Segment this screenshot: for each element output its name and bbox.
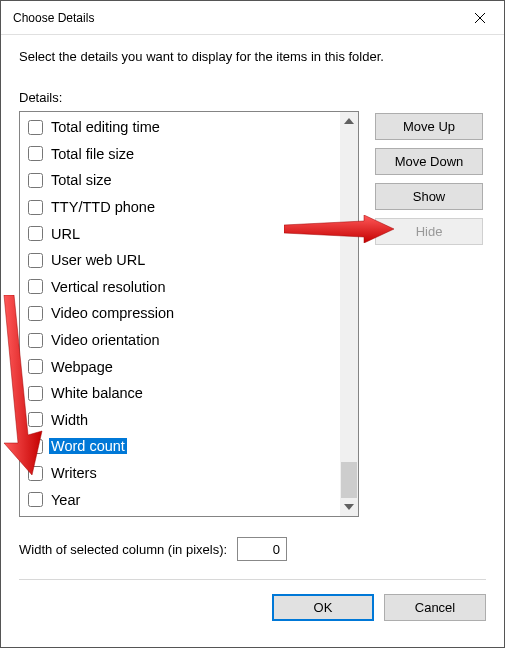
detail-item[interactable]: Total size	[24, 167, 358, 194]
detail-checkbox[interactable]	[28, 359, 43, 374]
detail-item[interactable]: TTY/TTD phone	[24, 194, 358, 221]
detail-label: User web URL	[49, 252, 147, 268]
detail-checkbox[interactable]	[28, 200, 43, 215]
column-width-row: Width of selected column (in pixels):	[19, 537, 486, 561]
window-title: Choose Details	[13, 11, 94, 25]
detail-label: URL	[49, 226, 82, 242]
detail-item[interactable]: Webpage	[24, 353, 358, 380]
detail-item[interactable]: User web URL	[24, 247, 358, 274]
dialog-footer: OK Cancel	[19, 594, 486, 621]
detail-item[interactable]: Width	[24, 407, 358, 434]
details-listbox[interactable]: Total editing timeTotal file sizeTotal s…	[19, 111, 359, 517]
detail-label: Word count	[49, 438, 127, 454]
detail-checkbox[interactable]	[28, 333, 43, 348]
close-icon	[474, 12, 486, 24]
detail-item[interactable]: Writers	[24, 460, 358, 487]
detail-checkbox[interactable]	[28, 466, 43, 481]
detail-label: Year	[49, 492, 82, 508]
column-width-input[interactable]	[237, 537, 287, 561]
scroll-down-arrow[interactable]	[340, 498, 358, 516]
detail-item[interactable]: Vertical resolution	[24, 274, 358, 301]
close-button[interactable]	[458, 2, 502, 34]
scroll-thumb[interactable]	[341, 462, 357, 498]
detail-label: TTY/TTD phone	[49, 199, 157, 215]
detail-item[interactable]: Word count	[24, 433, 358, 460]
show-button[interactable]: Show	[375, 183, 483, 210]
detail-checkbox[interactable]	[28, 439, 43, 454]
hide-button[interactable]: Hide	[375, 218, 483, 245]
detail-label: Writers	[49, 465, 99, 481]
chevron-down-icon	[344, 504, 354, 510]
detail-checkbox[interactable]	[28, 279, 43, 294]
column-width-label: Width of selected column (in pixels):	[19, 542, 227, 557]
detail-checkbox[interactable]	[28, 386, 43, 401]
move-down-button[interactable]: Move Down	[375, 148, 483, 175]
detail-label: White balance	[49, 385, 145, 401]
detail-item[interactable]: Total file size	[24, 141, 358, 168]
detail-label: Total editing time	[49, 119, 162, 135]
cancel-button[interactable]: Cancel	[384, 594, 486, 621]
separator	[19, 579, 486, 580]
detail-item[interactable]: White balance	[24, 380, 358, 407]
detail-item[interactable]: Year	[24, 486, 358, 513]
scrollbar[interactable]	[340, 112, 358, 516]
titlebar: Choose Details	[1, 1, 504, 35]
detail-checkbox[interactable]	[28, 120, 43, 135]
detail-label: Total file size	[49, 146, 136, 162]
detail-checkbox[interactable]	[28, 253, 43, 268]
detail-label: Video compression	[49, 305, 176, 321]
chevron-up-icon	[344, 118, 354, 124]
detail-label: Vertical resolution	[49, 279, 167, 295]
detail-label: Webpage	[49, 359, 115, 375]
detail-checkbox[interactable]	[28, 492, 43, 507]
detail-item[interactable]: Video orientation	[24, 327, 358, 354]
instruction-text: Select the details you want to display f…	[19, 49, 486, 64]
detail-checkbox[interactable]	[28, 226, 43, 241]
button-column: Move Up Move Down Show Hide	[375, 111, 483, 517]
detail-checkbox[interactable]	[28, 306, 43, 321]
details-label: Details:	[19, 90, 486, 105]
detail-checkbox[interactable]	[28, 173, 43, 188]
detail-item[interactable]: Total editing time	[24, 114, 358, 141]
scroll-up-arrow[interactable]	[340, 112, 358, 130]
detail-item[interactable]: URL	[24, 220, 358, 247]
move-up-button[interactable]: Move Up	[375, 113, 483, 140]
ok-button[interactable]: OK	[272, 594, 374, 621]
detail-checkbox[interactable]	[28, 146, 43, 161]
scroll-track[interactable]	[340, 130, 358, 498]
detail-item[interactable]: Video compression	[24, 300, 358, 327]
detail-label: Video orientation	[49, 332, 162, 348]
detail-label: Width	[49, 412, 90, 428]
detail-label: Total size	[49, 172, 113, 188]
detail-checkbox[interactable]	[28, 412, 43, 427]
